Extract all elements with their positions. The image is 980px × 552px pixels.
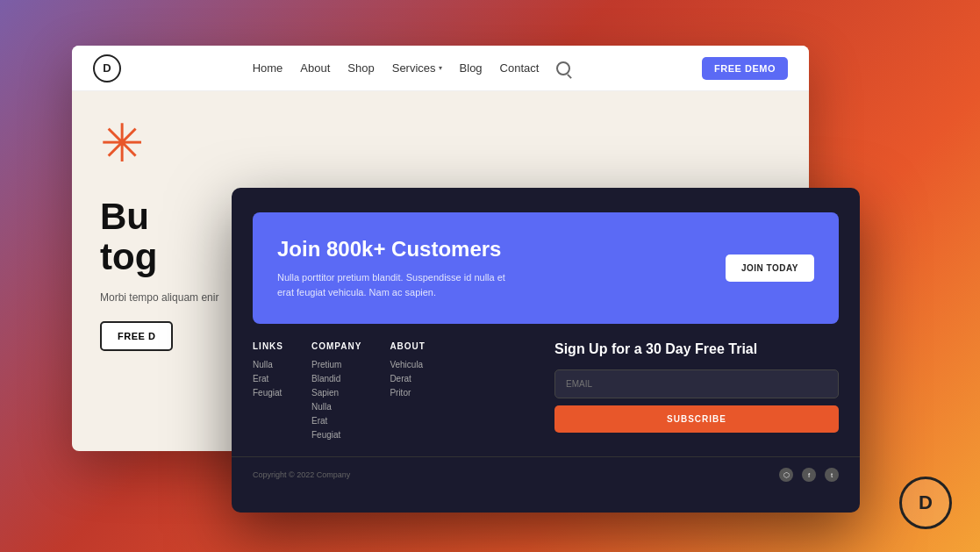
twitter-icon[interactable]: t — [825, 468, 839, 482]
front-card: Join 800k+ Customers Nulla porttitor pre… — [232, 188, 860, 513]
company-item-1[interactable]: Pretium — [311, 360, 361, 369]
nav-link-about[interactable]: About — [300, 61, 330, 75]
about-item-2[interactable]: Derat — [390, 374, 426, 384]
cta-text-block: Join 800k+ Customers Nulla porttitor pre… — [277, 237, 523, 299]
footer-signup: Sign Up for a 30 Day Free Trial SUBSCRIB… — [537, 341, 839, 444]
company-col-title: COMPANY — [311, 341, 361, 351]
email-field[interactable] — [554, 369, 839, 398]
links-item-1[interactable]: Nulla — [253, 360, 283, 369]
search-icon[interactable] — [556, 61, 570, 75]
subscribe-button[interactable]: SUBSCRIBE — [554, 405, 839, 433]
footer-links-group: LINKS Nulla Erat Feugiat COMPANY Pretium… — [253, 341, 537, 444]
footer-about-col: ABOUT Vehicula Derat Pritor — [390, 341, 426, 444]
signup-title: Sign Up for a 30 Day Free Trial — [554, 341, 839, 357]
free-demo-button[interactable]: FREE DEMO — [702, 57, 788, 80]
company-item-3[interactable]: Sapien — [311, 388, 361, 398]
links-item-3[interactable]: Feugiat — [253, 388, 283, 398]
hero-cta-button[interactable]: FREE D — [100, 321, 173, 351]
cta-subtitle: Nulla porttitor pretium blandit. Suspend… — [277, 270, 523, 299]
about-col-title: ABOUT — [390, 341, 426, 351]
social-icons: ⬡ f t — [779, 468, 839, 482]
nav-link-home[interactable]: Home — [253, 61, 283, 75]
cta-title: Join 800k+ Customers — [277, 237, 523, 262]
copyright-text: Copyright © 2022 Company — [253, 470, 350, 479]
chevron-down-icon: ▾ — [439, 64, 442, 72]
nav-link-contact[interactable]: Contact — [500, 61, 540, 75]
asterisk-icon: ✳ — [100, 118, 144, 170]
footer-links-col: LINKS Nulla Erat Feugiat — [253, 341, 283, 444]
nav-link-services[interactable]: Services ▾ — [392, 61, 442, 75]
join-today-button[interactable]: JOIN TODAY — [726, 254, 814, 282]
footer-section: LINKS Nulla Erat Feugiat COMPANY Pretium… — [232, 324, 860, 444]
company-item-2[interactable]: Blandid — [311, 374, 361, 384]
footer-bottom: Copyright © 2022 Company ⬡ f t — [232, 456, 860, 482]
bottom-right-logo: D — [899, 477, 952, 529]
nav-links: Home About Shop Services ▾ Blog Contact — [253, 61, 571, 75]
about-item-1[interactable]: Vehicula — [390, 360, 426, 369]
links-col-title: LINKS — [253, 341, 283, 351]
facebook-icon[interactable]: f — [802, 468, 816, 482]
links-item-2[interactable]: Erat — [253, 374, 283, 384]
about-item-3[interactable]: Pritor — [390, 388, 426, 398]
instagram-icon[interactable]: ⬡ — [779, 468, 793, 482]
footer-company-col: COMPANY Pretium Blandid Sapien Nulla Era… — [311, 341, 361, 444]
company-item-4[interactable]: Nulla — [311, 402, 361, 412]
nav-link-blog[interactable]: Blog — [460, 61, 483, 75]
nav-logo: D — [93, 54, 121, 82]
company-item-5[interactable]: Erat — [311, 416, 361, 426]
cta-banner: Join 800k+ Customers Nulla porttitor pre… — [253, 212, 839, 324]
nav-bar: D Home About Shop Services ▾ Blog Contac… — [72, 46, 809, 91]
company-item-6[interactable]: Feugiat — [311, 430, 361, 440]
nav-link-shop[interactable]: Shop — [347, 61, 374, 75]
